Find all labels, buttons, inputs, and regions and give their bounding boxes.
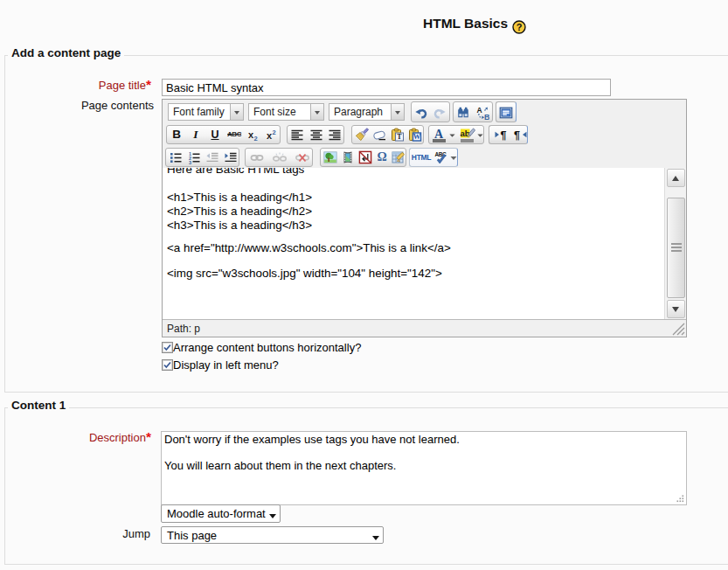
svg-text:2: 2 (273, 129, 276, 136)
svg-text:2: 2 (254, 135, 258, 142)
svg-text:A: A (477, 106, 482, 115)
svg-text:3: 3 (189, 160, 191, 164)
svg-text:T: T (397, 133, 402, 141)
svg-text:W: W (413, 132, 421, 141)
svg-text:¶: ¶ (514, 129, 520, 142)
svg-text:B: B (484, 113, 489, 121)
svg-text:¶: ¶ (501, 129, 507, 142)
svg-text:?: ? (517, 22, 523, 32)
svg-text:A: A (434, 128, 444, 141)
